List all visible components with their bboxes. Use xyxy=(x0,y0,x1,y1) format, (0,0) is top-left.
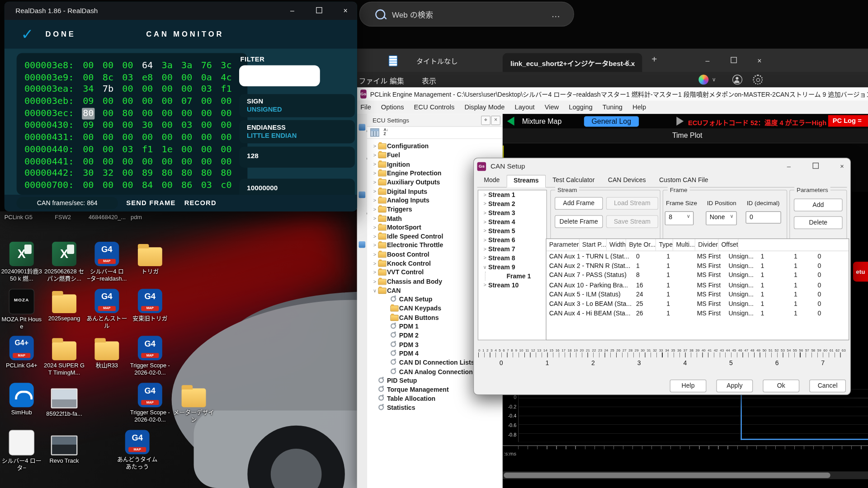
can-hex-monitor[interactable]: 000003e8:000000643a3a763c000003e9:008c03… xyxy=(17,53,248,195)
tab-mixture-map[interactable]: Mixture Map xyxy=(522,117,562,125)
filter-input[interactable] xyxy=(239,65,320,86)
expand-chevron-icon[interactable]: > xyxy=(481,237,488,243)
stream-tree-item[interactable]: > Stream 3 xyxy=(478,208,547,217)
tree-item[interactable]: Statistics xyxy=(367,403,503,412)
hex-byte[interactable]: 03 xyxy=(180,120,193,132)
hex-byte[interactable]: 00 xyxy=(121,120,134,132)
expand-chevron-icon[interactable]: > xyxy=(481,210,488,216)
copilot-icon[interactable] xyxy=(698,75,708,84)
expand-chevron-icon[interactable]: > xyxy=(372,216,378,221)
maximize-button[interactable] xyxy=(806,160,825,173)
menu-item[interactable]: View xyxy=(545,103,559,111)
delete-parameter-button[interactable]: Delete xyxy=(794,216,843,229)
stream-tree-item[interactable]: > Stream 6 xyxy=(478,235,547,244)
table-row[interactable]: CAN Aux 5 - ILM (Status) 24 1 MS First U… xyxy=(547,290,849,299)
tab-link-ecu-short2[interactable]: link_ecu_short2+インジケータbest-6.x xyxy=(503,53,642,72)
desktop-icon[interactable]: 85922f1b-fa... xyxy=(44,383,85,417)
table-row[interactable]: CAN Aux 10 - Parking Bra... 16 1 MS Firs… xyxy=(547,280,849,289)
stream-tree-item[interactable]: Frame 1 xyxy=(485,272,547,281)
horizontal-scrollbar[interactable] xyxy=(503,471,868,479)
hex-byte[interactable]: 00 xyxy=(102,144,114,156)
hex-byte[interactable]: 84 xyxy=(141,180,154,192)
column-header[interactable]: Divider xyxy=(695,239,718,251)
hex-byte[interactable]: f1 xyxy=(141,144,154,156)
desktop-icon[interactable]: 2025062628 セパン燃費シ... xyxy=(44,242,85,282)
hex-byte[interactable]: 76 xyxy=(200,60,213,72)
settings-gear-icon[interactable] xyxy=(753,75,763,84)
hex-byte[interactable]: 09 xyxy=(82,120,94,132)
account-icon[interactable] xyxy=(732,75,742,84)
frame-size-select[interactable]: 8∨ xyxy=(665,211,694,225)
hex-byte[interactable]: 00 xyxy=(121,96,134,108)
stream-tree-item[interactable]: > Stream 4 xyxy=(478,217,547,226)
send-frame-button[interactable]: SEND FRAME xyxy=(126,199,175,207)
close-button[interactable]: × xyxy=(833,160,852,173)
hex-row[interactable]: 000003e8:000000643a3a763c xyxy=(24,60,247,72)
hex-byte[interactable]: 00 xyxy=(220,96,232,108)
hex-byte[interactable]: 00 xyxy=(161,180,174,192)
desktop-icon[interactable]: 秋山R33 xyxy=(86,336,127,369)
hex-byte[interactable]: 00 xyxy=(200,132,213,144)
dialog-button[interactable]: Ok xyxy=(763,380,799,392)
hex-byte[interactable]: 03 xyxy=(200,84,213,96)
record-button[interactable]: RECORD xyxy=(184,199,217,207)
hex-byte[interactable]: 00 xyxy=(161,156,174,168)
dialog-tab[interactable]: Custom CAN File xyxy=(652,175,715,187)
close-button[interactable]: × xyxy=(335,3,355,19)
hex-byte[interactable]: 7b xyxy=(102,84,114,96)
hex-byte[interactable]: 00 xyxy=(180,144,193,156)
hex-byte[interactable]: 00 xyxy=(200,96,213,108)
expand-chevron-icon[interactable]: > xyxy=(481,255,488,261)
expand-chevron-icon[interactable]: > xyxy=(372,243,378,248)
hex-byte[interactable]: 00 xyxy=(121,168,134,180)
hex-byte[interactable]: 00 xyxy=(220,108,232,120)
hex-byte[interactable]: 00 xyxy=(200,108,213,120)
docked-panel-tab[interactable]: Event Log xyxy=(358,192,367,215)
expand-chevron-icon[interactable]: > xyxy=(372,161,378,167)
menu-item[interactable]: Tuning xyxy=(603,103,623,111)
dialog-tab[interactable]: CAN Devices xyxy=(601,175,652,187)
hex-byte[interactable]: 86 xyxy=(180,180,193,192)
tree-item[interactable]: Table Allocation xyxy=(367,394,503,403)
hex-row[interactable]: 00000431:0000000000000000 xyxy=(24,132,247,144)
hex-byte[interactable]: 00 xyxy=(102,120,114,132)
hex-byte[interactable]: 00 xyxy=(220,132,232,144)
hex-byte[interactable]: 64 xyxy=(141,60,154,72)
hex-byte[interactable]: e8 xyxy=(141,72,154,84)
hex-byte[interactable]: 80 xyxy=(220,168,232,180)
minimize-button[interactable]: – xyxy=(779,160,798,173)
stream-tree-item[interactable]: > Stream 8 xyxy=(478,253,547,263)
dialog-button[interactable]: Apply xyxy=(716,380,753,392)
hex-row[interactable]: 00000440:000003f11e000000 xyxy=(24,144,247,156)
hex-byte[interactable]: 80 xyxy=(200,168,213,180)
expand-chevron-icon[interactable]: > xyxy=(481,282,488,288)
hex-byte[interactable]: 00 xyxy=(180,156,193,168)
hex-byte[interactable]: 00 xyxy=(82,144,94,156)
tab-general-log[interactable]: General Log xyxy=(584,116,639,127)
setup-side-tab[interactable]: etu xyxy=(853,262,868,282)
hex-byte[interactable]: 00 xyxy=(200,156,213,168)
add-frame-button[interactable]: Add Frame xyxy=(555,197,603,210)
hex-byte[interactable]: 00 xyxy=(121,180,134,192)
expand-chevron-icon[interactable]: > xyxy=(372,206,378,212)
minimize-button[interactable]: – xyxy=(696,52,718,70)
expand-chevron-icon[interactable]: > xyxy=(372,279,378,284)
menu-item[interactable]: ECU Controls xyxy=(414,103,455,111)
desktop-icon-label[interactable]: pdm xyxy=(131,214,142,221)
tree-item[interactable]: > Configuration xyxy=(367,141,503,150)
desktop-icon[interactable]: MOZA Pit House xyxy=(1,289,42,330)
menu-item[interactable]: Display Mode xyxy=(464,103,505,111)
hex-byte[interactable]: 30 xyxy=(141,120,154,132)
hex-byte[interactable]: 00 xyxy=(121,132,134,144)
desktop-icon-label[interactable]: 468468420_... xyxy=(89,214,126,221)
menu-file[interactable]: ファイル xyxy=(359,75,387,86)
hex-byte[interactable]: 4c xyxy=(220,72,232,84)
desktop-icon[interactable]: あんどうタイムあたっう xyxy=(117,430,158,469)
hex-row[interactable]: 000003ec:8000800000000000 xyxy=(24,108,247,120)
expand-chevron-icon[interactable]: > xyxy=(481,201,488,206)
expand-chevron-icon[interactable]: > xyxy=(481,246,488,252)
stream-tree-item[interactable]: > Stream 2 xyxy=(478,199,547,208)
stream-tree-item[interactable]: > Stream 1 xyxy=(478,190,547,199)
id-position-select[interactable]: None∨ xyxy=(706,211,737,225)
hex-row[interactable]: 000003e9:008c03e800000a4c xyxy=(24,72,247,84)
